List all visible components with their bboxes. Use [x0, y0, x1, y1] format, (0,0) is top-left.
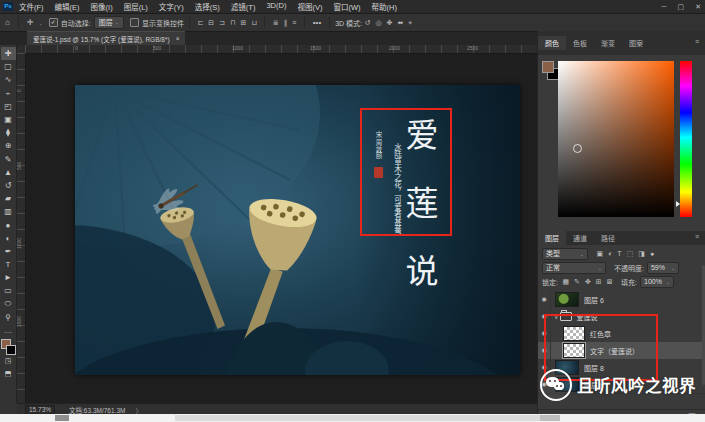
shape-tool[interactable]: ▭ — [1, 284, 16, 297]
filter-smart-icon[interactable]: ◨ — [638, 250, 645, 258]
panel-menu-icon[interactable]: ≡ — [695, 233, 699, 240]
close-tab-icon[interactable]: × — [176, 35, 180, 42]
zoom-level-field[interactable]: 15.73% — [25, 405, 55, 415]
quick-mask-icon[interactable]: ◳ — [1, 354, 16, 367]
minimize-button[interactable]: ─ — [662, 0, 667, 13]
document-tab[interactable]: 爱莲说-1.psd @ 15.7% (文字 (爱莲说), RGB/8*) × — [27, 31, 185, 45]
tab-color-3[interactable]: 图案 — [622, 36, 650, 50]
filter-pixel-icon[interactable]: ▣ — [597, 250, 604, 258]
align-top-icon[interactable]: ⊓ — [230, 19, 235, 27]
align-left-icon[interactable]: ⊏ — [197, 19, 203, 27]
saturation-square[interactable] — [558, 61, 674, 217]
quick-select-tool[interactable]: ⌁ — [1, 87, 16, 100]
filter-shape-icon[interactable]: ⬚ — [627, 250, 634, 258]
menu-item-4[interactable]: 文字(Y) — [159, 1, 184, 12]
clone-stamp-tool[interactable]: ▲ — [1, 166, 16, 179]
align-middle-icon[interactable]: ⊞ — [241, 19, 247, 27]
pen-tool[interactable]: ✒ — [1, 245, 16, 258]
filter-pin-icon[interactable]: ● — [650, 250, 654, 258]
tab-color-1[interactable]: 色板 — [566, 36, 594, 50]
brush-tool[interactable]: ✎ — [1, 153, 16, 166]
menu-item-6[interactable]: 滤镜(T) — [231, 1, 256, 12]
tab-layers-1[interactable]: 通道 — [566, 231, 594, 245]
layer-thumbnail[interactable] — [555, 292, 579, 307]
lock-all-icon[interactable]: ⊠ — [607, 278, 613, 286]
menu-item-2[interactable]: 图像(I) — [91, 1, 113, 12]
menu-item-9[interactable]: 窗口(W) — [333, 1, 360, 12]
screen-mode-icon[interactable]: ⬒ — [1, 367, 16, 380]
auto-select-dropdown[interactable]: 图层 ⌄ — [94, 16, 124, 29]
gradient-tool[interactable]: ▥ — [1, 205, 16, 218]
fill-field[interactable]: 100% ⌄ — [640, 276, 674, 288]
distribute-horizontal-icon[interactable]: ∥ — [284, 19, 288, 27]
frame-tool[interactable]: ▣ — [1, 113, 16, 126]
type-tool[interactable]: T — [1, 258, 16, 271]
home-icon[interactable]: ⌂ — [5, 18, 10, 27]
close-button[interactable]: ✕ — [695, 0, 701, 13]
show-transform-checkbox[interactable] — [130, 18, 139, 27]
document-size-info: 文档:63.3M/761.3M — [69, 405, 125, 415]
lock-pixels-icon[interactable]: ✎ — [574, 278, 580, 286]
menu-item-1[interactable]: 编辑(E) — [55, 1, 80, 12]
lock-artboard-icon[interactable]: ⊞ — [596, 278, 602, 286]
auto-select-checkbox[interactable]: ✓ — [49, 18, 58, 27]
lock-transparent-icon[interactable]: ▦ — [562, 278, 569, 286]
dodge-tool[interactable]: ◐ — [1, 232, 16, 245]
path-select-tool[interactable]: ► — [1, 271, 16, 284]
tool-color-swatches[interactable] — [1, 339, 15, 354]
layer-row-6[interactable]: ◉ 图层 6 — [538, 291, 705, 309]
zoom-3d-icon[interactable]: ⌖ — [408, 19, 412, 27]
eyedropper-tool[interactable]: ⧫ — [1, 126, 16, 139]
tab-color-2[interactable]: 渐变 — [594, 36, 622, 50]
blur-tool[interactable]: ● — [1, 218, 16, 231]
color-cursor[interactable] — [573, 144, 582, 153]
filter-type-dropdown[interactable]: 类型 ⌄ — [542, 248, 588, 260]
background-swatch[interactable] — [6, 345, 16, 355]
slide-3d-icon[interactable]: ⬌ — [397, 19, 403, 27]
status-chevron-icon[interactable]: 〉 — [135, 405, 142, 415]
panel-menu-icon[interactable]: ≡ — [695, 38, 699, 45]
move-tool[interactable]: ✛ — [1, 47, 16, 60]
foreground-color-swatch[interactable] — [542, 61, 554, 73]
roll-3d-icon[interactable]: ◎ — [375, 19, 381, 27]
opacity-field[interactable]: 59% ⌄ — [647, 262, 679, 274]
menu-item-5[interactable]: 选择(S) — [195, 1, 220, 12]
menu-item-8[interactable]: 视图(V) — [297, 1, 322, 12]
orbit-3d-icon[interactable]: ↺ — [365, 19, 371, 27]
filter-adjustment-icon[interactable]: ◐ — [608, 250, 612, 258]
blend-mode-dropdown[interactable]: 正常 ⌄ — [542, 262, 606, 274]
hand-tool[interactable]: ⬭ — [1, 298, 16, 311]
distribute-vertical-icon[interactable]: ≣ — [273, 19, 279, 27]
align-bottom-icon[interactable]: ⊔ — [251, 19, 256, 27]
tab-color-0[interactable]: 颜色 — [538, 36, 566, 50]
canvas-image[interactable]: 爱 莲 说 水陆草木之花，可爱者甚蕃。 宋 周敦颐 — [75, 85, 520, 375]
menu-item-3[interactable]: 图层(L) — [124, 1, 148, 12]
filter-type-icon[interactable]: T — [617, 250, 621, 258]
hue-slider[interactable] — [680, 61, 692, 217]
menu-item-10[interactable]: 帮助(H) — [372, 1, 397, 12]
marquee-tool[interactable]: ▢ — [1, 60, 16, 73]
healing-tool[interactable]: ⊕ — [1, 139, 16, 152]
hue-slider-marker[interactable] — [676, 201, 680, 207]
distribute-gap-icon[interactable]: ≡ — [292, 19, 296, 27]
align-right-icon[interactable]: ⊐ — [219, 19, 225, 27]
maximize-button[interactable]: ▢ — [678, 0, 685, 13]
more-tools[interactable]: … — [1, 324, 16, 337]
eraser-tool[interactable]: ▰ — [1, 192, 16, 205]
visibility-eye-icon[interactable]: ◉ — [538, 291, 551, 308]
tab-layers-2[interactable]: 路径 — [594, 231, 622, 245]
align-center-h-icon[interactable]: ⊟ — [208, 19, 214, 27]
chevron-down-icon[interactable]: ⌄ — [39, 20, 43, 26]
drag-3d-icon[interactable]: ✥ — [387, 19, 393, 27]
zoom-tool[interactable]: ⚲ — [1, 311, 16, 324]
menu-item-7[interactable]: 3D(D) — [266, 1, 286, 12]
vruler-label: 0 — [16, 89, 22, 92]
more-options-icon[interactable]: ••• — [313, 18, 321, 27]
tab-layers-0[interactable]: 图层 — [538, 231, 566, 245]
lock-position-icon[interactable]: ✥ — [585, 278, 591, 286]
history-brush-tool[interactable]: ↺ — [1, 179, 16, 192]
lasso-tool[interactable]: ∿ — [1, 73, 16, 86]
crop-tool[interactable]: ◰ — [1, 100, 16, 113]
move-tool-icon[interactable]: ✛ — [27, 18, 34, 27]
menu-item-0[interactable]: 文件(F) — [19, 1, 44, 12]
